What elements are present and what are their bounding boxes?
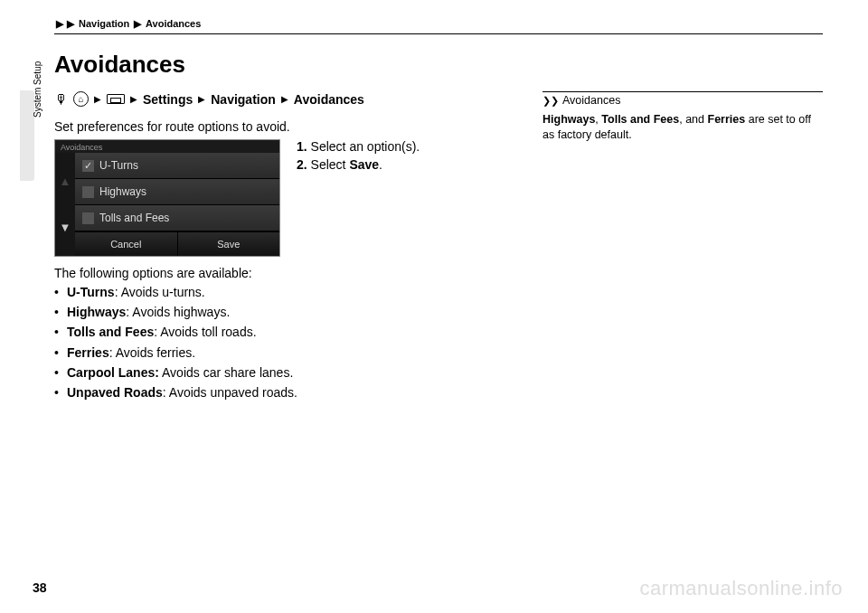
side-label: System Setup — [33, 61, 42, 118]
opt-text: : Avoids toll roads. — [154, 325, 256, 339]
note-bold: Highways — [542, 113, 595, 126]
list-item: ✓ U-Turns — [75, 153, 279, 179]
opt-bold: Tolls and Fees — [67, 325, 154, 339]
opt-bold: Highways — [67, 305, 126, 319]
list-item-label: Highways — [99, 185, 146, 198]
opt-text: : Avoids unpaved roads. — [163, 385, 297, 400]
opt-text: : Avoids u-turns. — [115, 285, 205, 299]
opt-text: : Avoids ferries. — [109, 345, 195, 360]
step-num: 1. — [297, 139, 307, 154]
step-text: Select an option(s). — [311, 139, 420, 154]
list-item: Ferries: Avoids ferries. — [54, 344, 515, 361]
step-1: 1. Select an option(s). — [297, 139, 515, 154]
list-item: U-Turns: Avoids u-turns. — [54, 284, 515, 300]
path-settings: Settings — [143, 92, 193, 107]
chevron-icon: ▶ — [281, 94, 288, 104]
note-bold: Tolls and Fees — [601, 113, 679, 126]
path-avoidances: Avoidances — [294, 92, 364, 107]
note-text: , and — [679, 113, 707, 126]
opt-bold: Unpaved Roads — [67, 385, 163, 400]
side-note: ❯❯ Avoidances Highways, Tolls and Fees, … — [542, 91, 823, 143]
device-screenshot: Avoidances ▲ ▼ ✓ U-Turns — [54, 139, 280, 257]
note-title: Avoidances — [562, 94, 620, 107]
chevron-icon: ▶ — [94, 94, 101, 104]
list-item-label: Tolls and Fees — [99, 212, 169, 224]
opt-text: Avoids car share lanes. — [159, 365, 293, 380]
scroll-up-dim-icon: ▲ — [60, 174, 71, 188]
crumb-navigation: Navigation — [79, 18, 129, 29]
page-number: 38 — [33, 580, 47, 595]
breadcrumb: ▶▶ Navigation ▶ Avoidances — [54, 18, 823, 34]
menu-icon — [107, 94, 125, 104]
check-icon: ✓ — [82, 160, 94, 172]
list-item: Carpool Lanes: Avoids car share lanes. — [54, 364, 515, 381]
double-chevron-icon: ❯❯ — [542, 95, 559, 107]
list-item: Highways — [75, 179, 279, 205]
list-item: Tolls and Fees: Avoids toll roads. — [54, 324, 515, 340]
chevron-icon: ▶ — [56, 18, 63, 30]
chevron-icon: ▶ — [198, 94, 205, 104]
step-num: 2. — [297, 157, 307, 172]
page-title: Avoidances — [54, 51, 823, 79]
save-button: Save — [177, 231, 280, 256]
checkbox-icon — [82, 212, 94, 224]
opt-bold: Ferries — [67, 345, 109, 360]
note-bold: Ferries — [708, 113, 746, 126]
cancel-button: Cancel — [75, 231, 177, 256]
list-item: Unpaved Roads: Avoids unpaved roads. — [54, 384, 515, 401]
step-text: Select — [311, 157, 350, 172]
checkbox-icon — [82, 186, 94, 198]
list-item: Tolls and Fees — [75, 205, 279, 231]
opt-text: : Avoids highways. — [126, 305, 230, 319]
note-body: Highways, Tolls and Fees, and Ferries ar… — [542, 112, 823, 143]
chevron-icon: ▶ — [130, 94, 137, 104]
opt-bold: U-Turns — [67, 285, 115, 299]
opt-bold: Carpool Lanes: — [67, 365, 159, 380]
chevron-icon: ▶ — [67, 18, 74, 30]
watermark: carmanualsonline.info — [639, 577, 843, 600]
options-list: U-Turns: Avoids u-turns. Highways: Avoid… — [54, 284, 515, 401]
list-item: Highways: Avoids highways. — [54, 304, 515, 320]
nav-path: 🎙 ⌂ ▶ ▶ Settings ▶ Navigation ▶ Avoidanc… — [54, 91, 515, 107]
list-item-label: U-Turns — [99, 159, 138, 172]
crumb-avoidances: Avoidances — [146, 18, 201, 29]
step-text: . — [379, 157, 382, 172]
shot-title: Avoidances — [55, 140, 279, 153]
step-bold: Save — [349, 157, 379, 172]
path-navigation: Navigation — [211, 92, 276, 107]
options-intro: The following options are available: — [54, 266, 515, 280]
scroll-down-icon: ▼ — [60, 221, 71, 234]
intro-text: Set preferences for route options to avo… — [54, 119, 515, 134]
step-2: 2. Select Save. — [297, 157, 515, 172]
home-icon: ⌂ — [73, 91, 89, 107]
voice-icon: 🎙 — [54, 91, 68, 107]
chevron-icon: ▶ — [134, 18, 141, 30]
